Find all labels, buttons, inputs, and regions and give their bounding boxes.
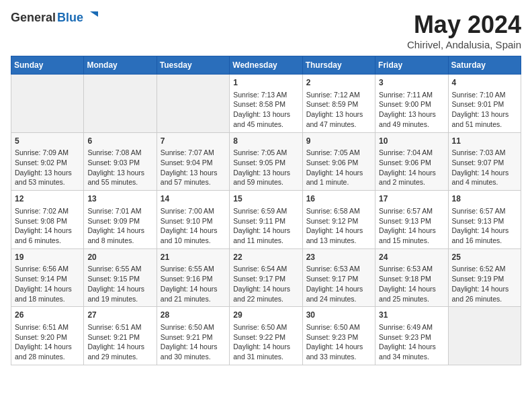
day-number: 9 xyxy=(306,136,371,147)
day-info: Daylight: 14 hours xyxy=(87,226,152,236)
day-info: Sunset: 9:00 PM xyxy=(379,99,444,109)
calendar-cell: 31Sunrise: 6:49 AMSunset: 9:23 PMDayligh… xyxy=(375,307,448,365)
day-info: and 16 minutes. xyxy=(452,236,517,246)
day-info: Sunset: 9:19 PM xyxy=(452,274,517,284)
day-number: 2 xyxy=(306,77,371,89)
day-info: Daylight: 14 hours xyxy=(379,284,444,294)
page-subtitle: Chirivel, Andalusia, Spain xyxy=(407,39,521,50)
day-info: Daylight: 14 hours xyxy=(452,168,517,178)
calendar-cell: 3Sunrise: 7:11 AMSunset: 9:00 PMDaylight… xyxy=(375,75,448,133)
day-info: Daylight: 13 hours xyxy=(379,109,444,120)
calendar-cell: 18Sunrise: 6:57 AMSunset: 9:13 PMDayligh… xyxy=(448,191,521,249)
calendar-cell: 10Sunrise: 7:04 AMSunset: 9:06 PMDayligh… xyxy=(375,132,448,191)
day-info: Daylight: 14 hours xyxy=(306,226,371,236)
day-info: Sunrise: 7:02 AM xyxy=(15,206,80,216)
day-number: 8 xyxy=(233,136,298,147)
day-info: Sunset: 9:07 PM xyxy=(452,158,517,168)
day-info: and 55 minutes. xyxy=(87,177,152,187)
day-info: and 8 minutes. xyxy=(87,236,152,246)
day-info: Sunset: 9:06 PM xyxy=(379,158,444,168)
col-wednesday: Wednesday xyxy=(230,56,302,75)
day-info: Daylight: 14 hours xyxy=(233,226,298,236)
day-number: 24 xyxy=(379,252,444,263)
day-info: and 18 minutes. xyxy=(15,294,80,304)
day-info: Sunset: 9:02 PM xyxy=(15,158,80,168)
day-info: Daylight: 14 hours xyxy=(15,226,80,236)
calendar-week-2: 5Sunrise: 7:09 AMSunset: 9:02 PMDaylight… xyxy=(11,132,521,191)
day-info: Daylight: 14 hours xyxy=(161,226,226,236)
day-info: Sunset: 9:13 PM xyxy=(379,216,444,226)
day-info: and 57 minutes. xyxy=(161,177,226,187)
day-info: Daylight: 14 hours xyxy=(379,168,444,178)
calendar-cell: 28Sunrise: 6:50 AMSunset: 9:21 PMDayligh… xyxy=(157,307,229,365)
day-info: and 13 minutes. xyxy=(306,236,371,246)
calendar-cell: 15Sunrise: 6:59 AMSunset: 9:11 PMDayligh… xyxy=(230,191,302,249)
day-info: Sunrise: 6:56 AM xyxy=(15,264,80,274)
day-info: and 19 minutes. xyxy=(87,294,152,304)
day-info: and 2 minutes. xyxy=(379,177,444,187)
day-number: 6 xyxy=(87,136,152,147)
calendar-week-3: 12Sunrise: 7:02 AMSunset: 9:08 PMDayligh… xyxy=(11,191,521,249)
calendar-cell: 7Sunrise: 7:07 AMSunset: 9:04 PMDaylight… xyxy=(157,132,229,191)
day-info: Daylight: 13 hours xyxy=(452,109,517,120)
calendar-body: 1Sunrise: 7:13 AMSunset: 8:58 PMDaylight… xyxy=(11,75,521,365)
day-info: and 1 minute. xyxy=(306,177,371,187)
day-info: Sunrise: 7:05 AM xyxy=(306,148,371,158)
day-number: 19 xyxy=(15,252,80,263)
day-info: Daylight: 13 hours xyxy=(161,168,226,178)
day-number: 30 xyxy=(306,310,371,321)
day-info: Sunrise: 7:10 AM xyxy=(452,90,517,100)
day-number: 18 xyxy=(452,193,517,205)
calendar-cell xyxy=(448,307,521,365)
day-info: Sunrise: 7:13 AM xyxy=(233,90,298,100)
day-info: Sunset: 8:59 PM xyxy=(306,99,371,109)
day-info: Sunrise: 6:49 AM xyxy=(379,322,444,332)
day-info: Sunrise: 7:08 AM xyxy=(87,148,152,158)
day-info: Daylight: 13 hours xyxy=(87,168,152,178)
title-area: May 2024 Chirivel, Andalusia, Spain xyxy=(407,11,521,50)
day-info: Sunrise: 6:50 AM xyxy=(161,322,226,332)
day-info: and 22 minutes. xyxy=(233,294,298,304)
day-info: Sunrise: 7:00 AM xyxy=(161,206,226,216)
day-number: 4 xyxy=(452,77,517,89)
calendar-cell: 29Sunrise: 6:50 AMSunset: 9:22 PMDayligh… xyxy=(230,307,302,365)
day-info: and 6 minutes. xyxy=(15,236,80,246)
day-info: Sunrise: 7:04 AM xyxy=(379,148,444,158)
day-number: 16 xyxy=(306,193,371,205)
day-info: and 21 minutes. xyxy=(161,294,226,304)
day-info: Sunset: 9:14 PM xyxy=(15,274,80,284)
day-info: Daylight: 13 hours xyxy=(15,168,80,178)
day-info: Sunset: 9:08 PM xyxy=(15,216,80,226)
day-info: Sunrise: 6:53 AM xyxy=(306,264,371,274)
day-number: 14 xyxy=(161,193,226,205)
calendar-cell: 23Sunrise: 6:53 AMSunset: 9:17 PMDayligh… xyxy=(302,248,375,307)
logo: General Blue xyxy=(11,11,98,25)
day-info: Sunset: 9:22 PM xyxy=(233,332,298,342)
day-number: 31 xyxy=(379,310,444,321)
day-info: Daylight: 14 hours xyxy=(306,342,371,352)
calendar-cell: 8Sunrise: 7:05 AMSunset: 9:05 PMDaylight… xyxy=(230,132,302,191)
day-info: and 29 minutes. xyxy=(87,352,152,362)
day-number: 29 xyxy=(233,310,298,321)
calendar-table: Sunday Monday Tuesday Wednesday Thursday… xyxy=(11,56,521,365)
day-info: Sunrise: 6:55 AM xyxy=(161,264,226,274)
day-info: Daylight: 14 hours xyxy=(306,284,371,294)
day-info: Sunset: 9:18 PM xyxy=(379,274,444,284)
day-info: Sunrise: 6:50 AM xyxy=(233,322,298,332)
day-info: Daylight: 14 hours xyxy=(15,342,80,352)
logo-arrow-icon xyxy=(85,11,98,25)
day-info: and 4 minutes. xyxy=(452,177,517,187)
day-number: 1 xyxy=(233,77,298,89)
day-info: Daylight: 14 hours xyxy=(161,284,226,294)
day-number: 23 xyxy=(306,252,371,263)
calendar-cell: 1Sunrise: 7:13 AMSunset: 8:58 PMDaylight… xyxy=(230,75,302,133)
day-info: Sunset: 9:21 PM xyxy=(161,332,226,342)
calendar-cell: 6Sunrise: 7:08 AMSunset: 9:03 PMDaylight… xyxy=(84,132,157,191)
day-info: Sunrise: 6:57 AM xyxy=(379,206,444,216)
day-info: Sunset: 9:11 PM xyxy=(233,216,298,226)
day-info: and 34 minutes. xyxy=(379,352,444,362)
day-info: Sunset: 9:17 PM xyxy=(306,274,371,284)
day-info: Sunset: 9:04 PM xyxy=(161,158,226,168)
day-info: and 11 minutes. xyxy=(233,236,298,246)
day-number: 26 xyxy=(15,310,80,321)
